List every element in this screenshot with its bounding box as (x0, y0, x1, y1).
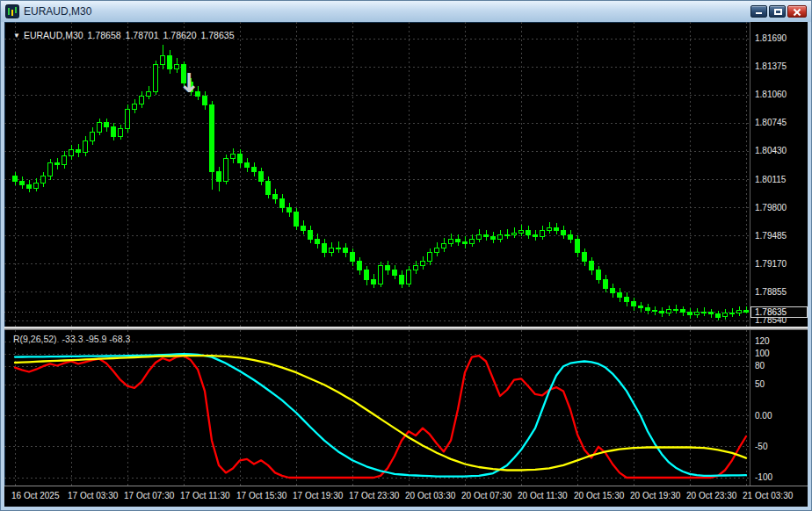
time-axis-label: 20 Oct 07:30 (461, 491, 511, 500)
ohlc-high: 1.78701 (126, 30, 159, 40)
down-arrow-annotation[interactable]: ↓ (178, 68, 199, 98)
indicator-canvas (4, 330, 750, 486)
indicator-axis-label: 100 (755, 349, 770, 359)
price-axis-label: 1.81060 (755, 90, 787, 100)
mt4-chart-window: EURAUD,M30 ↓ ▼EURAUD,M301.786581.787011.… (0, 0, 812, 511)
symbol-ohlc-label: ▼EURAUD,M301.786581.787011.786201.78635 (13, 30, 238, 40)
price-axis-label: 1.80115 (755, 175, 786, 185)
time-axis-label: 20 Oct 19:30 (630, 491, 680, 500)
window-controls (750, 5, 807, 18)
title-bar[interactable]: EURAUD,M30 (1, 1, 811, 22)
indicator-pane[interactable] (4, 330, 750, 486)
time-axis-label: 17 Oct 07:30 (124, 491, 174, 500)
time-axis-label: 16 Oct 2025 (11, 491, 59, 500)
indicator-values: -33.3 -95.9 -68.3 (62, 334, 131, 344)
indicator-axis-label: 0.00 (755, 411, 772, 421)
main-price-pane[interactable]: ↓ (4, 22, 750, 327)
symbol-name: EURAUD,M30 (24, 30, 83, 40)
indicator-axis-label: 120 (755, 336, 770, 347)
app-icon[interactable] (5, 4, 19, 18)
time-axis-label: 17 Oct 11:30 (180, 491, 230, 500)
time-axis-label: 20 Oct 03:30 (405, 491, 455, 500)
price-axis-label: 1.79800 (755, 203, 787, 213)
indicator-axis-label: -100 (755, 472, 772, 483)
ohlc-open: 1.78658 (88, 30, 121, 40)
time-axis-label: 21 Oct 03:30 (743, 491, 793, 500)
indicator-label: R(9,26,52)-33.3 -95.9 -68.3 (13, 334, 135, 344)
window-title: EURAUD,M30 (24, 5, 91, 18)
ohlc-close: 1.78635 (201, 30, 235, 40)
time-axis-label: 17 Oct 03:30 (68, 491, 118, 500)
indicator-axis-label: 50 (755, 379, 765, 390)
close-icon (788, 6, 806, 17)
price-axis-label: 1.81690 (755, 33, 787, 44)
indicator-line-R52 (15, 356, 746, 470)
price-scale[interactable]: 1.78635 1.816901.813751.810601.807451.80… (750, 22, 808, 486)
price-axis-label: 1.78855 (755, 287, 787, 298)
time-axis[interactable]: 16 Oct 202517 Oct 03:3017 Oct 07:3017 Oc… (4, 486, 808, 507)
ohlc-low: 1.78620 (163, 30, 197, 40)
minimize-button[interactable] (750, 5, 767, 18)
time-axis-label: 17 Oct 19:30 (293, 491, 343, 500)
indicator-grid (4, 330, 750, 486)
price-axis-label: 1.80745 (755, 118, 787, 128)
price-axis-label: 1.79485 (755, 231, 787, 241)
candles-layer (13, 45, 749, 320)
price-axis-label: 1.80430 (755, 146, 787, 156)
bid-price-value: 1.78635 (755, 307, 787, 317)
price-axis-label: 1.79170 (755, 259, 787, 270)
main-grid (4, 22, 750, 327)
time-axis-label: 17 Oct 15:30 (236, 491, 286, 500)
chart-area: ↓ ▼EURAUD,M301.786581.787011.786201.7863… (4, 22, 808, 507)
bid-price-box: 1.78635 (750, 306, 808, 318)
indicator-axis-label: -50 (755, 442, 767, 452)
symbol-dropdown-arrow[interactable]: ▼ (13, 32, 20, 40)
indicator-name: R(9,26,52) (13, 334, 57, 344)
price-axis-label: 1.81375 (755, 61, 787, 72)
indicator-line-R9 (15, 356, 746, 478)
maximize-icon (774, 9, 782, 15)
time-axis-label: 17 Oct 23:30 (349, 491, 399, 500)
indicator-axis-label: 80 (755, 361, 765, 371)
time-axis-label: 20 Oct 23:30 (686, 491, 736, 500)
pane-splitter[interactable] (4, 327, 808, 330)
close-button[interactable] (787, 5, 807, 18)
indicator-line-R26 (15, 354, 746, 476)
main-chart-canvas: ↓ (4, 22, 750, 327)
maximize-button[interactable] (769, 5, 786, 18)
time-axis-label: 20 Oct 11:30 (518, 491, 568, 500)
time-axis-label: 20 Oct 15:30 (574, 491, 624, 500)
minimize-icon (756, 12, 762, 14)
